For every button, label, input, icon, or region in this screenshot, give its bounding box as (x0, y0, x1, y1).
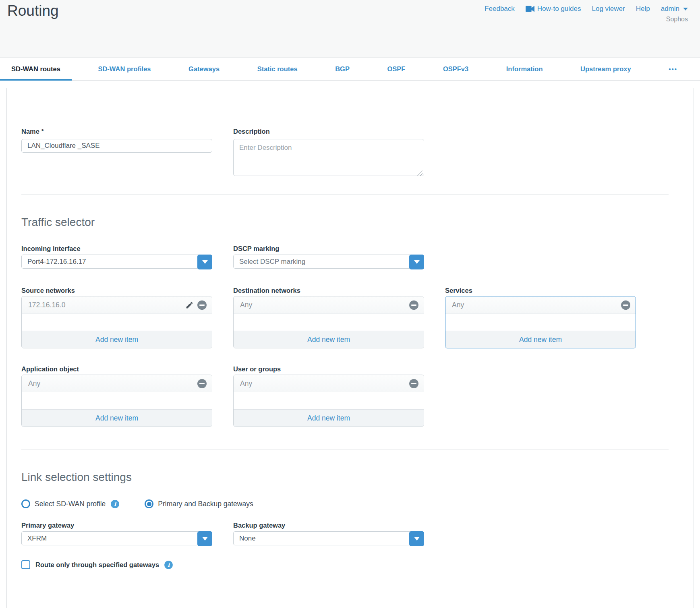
description-textarea[interactable] (233, 139, 424, 176)
add-destination-network-button[interactable]: Add new item (234, 331, 424, 348)
source-networks-label: Source networks (21, 287, 212, 294)
name-input[interactable] (21, 139, 212, 153)
backup-gateway-value: None (239, 534, 256, 543)
services-group: Services Any Add new item (445, 287, 636, 348)
tab-sd-wan-routes[interactable]: SD-WAN routes (0, 58, 72, 80)
tab-information[interactable]: Information (495, 58, 554, 80)
list-item-text: Any (240, 379, 409, 388)
source-networks-group: Source networks 172.16.16.0 Add new item (21, 287, 212, 348)
radio-label: Select SD-WAN profile (35, 500, 106, 508)
remove-item-icon[interactable] (197, 379, 207, 388)
incoming-interface-label: Incoming interface (21, 245, 212, 253)
info-icon[interactable]: i (164, 561, 173, 569)
primary-gateway-value: XFRM (27, 534, 47, 543)
dscp-marking-select[interactable]: Select DSCP marking (233, 255, 424, 269)
tab-ospfv3[interactable]: OSPFv3 (432, 58, 480, 80)
feedback-link[interactable]: Feedback (485, 5, 515, 13)
admin-menu[interactable]: admin (661, 5, 688, 13)
dscp-marking-value: Select DSCP marking (239, 258, 305, 266)
add-source-network-button[interactable]: Add new item (22, 331, 212, 348)
list-item-text: 172.16.16.0 (28, 301, 185, 309)
application-object-group: Application object Any Add new item (21, 365, 212, 427)
name-label: Name * (21, 128, 212, 135)
brand-label: Sophos (485, 16, 688, 23)
name-field-group: Name * (21, 128, 212, 178)
name-description-row: Name * Description (21, 128, 669, 178)
item-list-empty-area (234, 392, 424, 409)
page-title: Routing (7, 2, 59, 19)
item-list-empty-area (445, 314, 636, 331)
dscp-marking-label: DSCP marking (233, 245, 424, 253)
interface-dscp-row: Incoming interface Port4-172.16.16.17 DS… (21, 245, 669, 269)
incoming-interface-select[interactable]: Port4-172.16.16.17 (21, 255, 212, 269)
header-right: Feedback How-to guides Log viewer Help a… (485, 5, 688, 23)
info-icon[interactable]: i (111, 500, 119, 508)
remove-item-icon[interactable] (197, 300, 207, 310)
backup-gateway-select[interactable]: None (233, 531, 424, 545)
link-selection-radios: Select SD-WAN profile i Primary and Back… (21, 499, 669, 508)
services-label: Services (445, 287, 636, 294)
page-header: Routing Feedback How-to guides Log viewe… (0, 0, 700, 57)
route-only-checkbox[interactable] (21, 560, 30, 569)
list-item-text: Any (28, 379, 197, 388)
incoming-interface-value: Port4-172.16.16.17 (27, 258, 86, 266)
tab-static-routes[interactable]: Static routes (246, 58, 309, 80)
remove-item-icon[interactable] (409, 300, 418, 310)
help-link[interactable]: Help (636, 5, 650, 13)
add-user-group-button[interactable]: Add new item (234, 409, 424, 427)
video-camera-icon (526, 6, 534, 12)
list-item: Any (234, 296, 424, 314)
dropdown-arrow-icon[interactable] (197, 255, 212, 269)
route-only-checkbox-row: Route only through specified gateways i (21, 560, 669, 569)
tab-bgp[interactable]: BGP (324, 58, 361, 80)
backup-gateway-label: Backup gateway (233, 522, 424, 529)
howto-guides-link[interactable]: How-to guides (526, 5, 581, 13)
list-item: Any (234, 375, 424, 392)
dropdown-arrow-icon[interactable] (409, 255, 424, 269)
header-links: Feedback How-to guides Log viewer Help a… (485, 5, 688, 13)
list-item-text: Any (240, 301, 409, 309)
user-or-groups-box: Any Add new item (233, 375, 424, 427)
chevron-down-icon (683, 8, 688, 10)
source-networks-box: 172.16.16.0 Add new item (21, 296, 212, 348)
destination-networks-group: Destination networks Any Add new item (233, 287, 424, 348)
add-service-button[interactable]: Add new item (445, 331, 636, 348)
tab-gateways[interactable]: Gateways (177, 58, 231, 80)
tab-upstream-proxy[interactable]: Upstream proxy (569, 58, 642, 80)
section-divider (21, 194, 669, 195)
tab-ospf[interactable]: OSPF (376, 58, 416, 80)
item-list-empty-area (234, 314, 424, 331)
dropdown-arrow-icon[interactable] (197, 531, 212, 546)
application-object-label: Application object (21, 365, 212, 373)
tab-more-menu[interactable]: ••• (657, 58, 689, 80)
dropdown-arrow-icon[interactable] (409, 531, 424, 546)
radio-primary-backup-gateways[interactable]: Primary and Backup gateways (145, 499, 253, 508)
route-only-checkbox-label: Route only through specified gateways (35, 561, 159, 569)
link-selection-heading: Link selection settings (21, 470, 669, 484)
tab-bar: SD-WAN routes SD-WAN profiles Gateways S… (0, 57, 700, 81)
list-item: 172.16.16.0 (22, 296, 212, 314)
radio-label: Primary and Backup gateways (158, 500, 253, 508)
remove-item-icon[interactable] (621, 300, 630, 310)
list-item: Any (445, 296, 636, 314)
backup-gateway-group: Backup gateway None (233, 522, 424, 545)
radio-icon[interactable] (145, 499, 153, 508)
add-application-button[interactable]: Add new item (22, 409, 212, 427)
tab-sd-wan-profiles[interactable]: SD-WAN profiles (87, 58, 162, 80)
remove-item-icon[interactable] (409, 379, 418, 388)
application-users-row: Application object Any Add new item User… (21, 365, 669, 427)
primary-gateway-select[interactable]: XFRM (21, 531, 212, 545)
networks-row: Source networks 172.16.16.0 Add new item… (21, 287, 669, 348)
destination-networks-label: Destination networks (233, 287, 424, 294)
services-box: Any Add new item (445, 296, 636, 348)
radio-select-sd-wan-profile[interactable]: Select SD-WAN profile i (21, 499, 119, 508)
description-label: Description (233, 128, 424, 135)
traffic-selector-heading: Traffic selector (21, 215, 669, 229)
edit-icon[interactable] (185, 301, 194, 309)
item-list-empty-area (22, 392, 212, 409)
incoming-interface-group: Incoming interface Port4-172.16.16.17 (21, 245, 212, 269)
user-or-groups-label: User or groups (233, 365, 424, 373)
section-divider (21, 449, 669, 450)
radio-icon[interactable] (21, 499, 30, 508)
log-viewer-link[interactable]: Log viewer (592, 5, 625, 13)
